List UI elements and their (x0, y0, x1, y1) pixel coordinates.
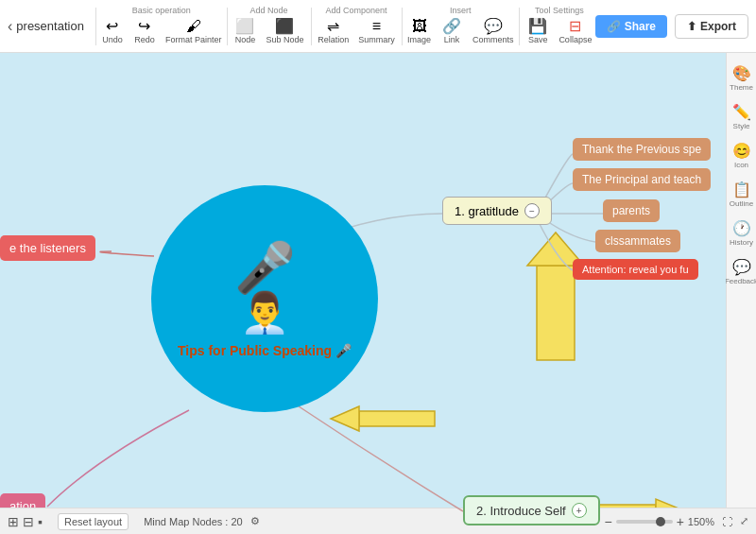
svg-rect-1 (537, 266, 575, 360)
introduce-self-node[interactable]: 2. Introduce Self + (463, 495, 600, 525)
sidebar-item-history[interactable]: 🕐 History (727, 215, 756, 250)
mind-map-canvas[interactable]: 🎤 👨‍💼 Tips for Public Speaking 🎤 1. grat… (0, 53, 726, 534)
relation-label: Relation (318, 35, 349, 44)
divider-1 (95, 8, 96, 45)
listeners-node[interactable]: e the listeners (0, 235, 95, 261)
undo-button[interactable]: ↩ Undo (97, 17, 128, 46)
share-icon: 🔗 (607, 20, 621, 33)
child-node-classmates[interactable]: clssammates (595, 230, 680, 252)
group-add-node: Add Node ⬜ Node ⬛ Sub Node (232, 6, 304, 46)
child-attention-label: Attention: reveal you fu (582, 264, 689, 275)
export-icon: ⬆ (687, 20, 696, 33)
toolbar-right: 🔗 Share ⬆ Export (595, 14, 748, 39)
relation-icon: ⇌ (327, 19, 339, 34)
undo-label: Undo (102, 35, 123, 44)
sub-node-label: Sub Node (266, 35, 303, 44)
group-insert: Insert 🖼 Image 🔗 Link 💬 Comments (407, 6, 513, 46)
arrow-up-svg (527, 266, 584, 388)
gratitude-expand-button[interactable]: − (524, 203, 540, 218)
redo-label: Redo (134, 35, 155, 44)
feedback-label: Feedback (725, 277, 756, 285)
comments-button[interactable]: 💬 Comments (469, 17, 518, 46)
child-parents-label: parents (612, 204, 650, 217)
bottom-icon-3[interactable]: ▪ (38, 514, 43, 529)
divider-3 (311, 8, 312, 45)
redo-icon: ↪ (138, 19, 150, 34)
theme-icon: 🎨 (732, 64, 751, 82)
node-label: Node (235, 35, 256, 44)
center-node[interactable]: 🎤 👨‍💼 Tips for Public Speaking 🎤 (151, 185, 378, 412)
group-add-component: Add Component ⇌ Relation ≡ Summary (317, 6, 395, 46)
zoom-in-button[interactable]: + (677, 514, 684, 529)
sidebar-item-icon[interactable]: 😊 Icon (727, 138, 756, 173)
sidebar-item-feedback[interactable]: 💬 Feedback (727, 254, 756, 289)
arrow-left-center-svg (331, 406, 435, 431)
export-label: Export (700, 20, 736, 33)
zoom-slider-thumb (656, 517, 665, 526)
introduce-expand-button[interactable]: + (572, 503, 587, 518)
bottom-icon-1[interactable]: ⊞ (8, 514, 19, 529)
icon-label: Icon (734, 161, 748, 169)
sidebar-item-outline[interactable]: 📋 Outline (727, 177, 756, 212)
group-add-component-items: ⇌ Relation ≡ Summary (314, 17, 399, 46)
toolbar: ‹ presentation Basic operation ↩ Undo ↪ … (0, 0, 756, 53)
save-icon: 💾 (528, 19, 547, 34)
zoom-out-button[interactable]: − (604, 514, 611, 529)
redo-button[interactable]: ↪ Redo (129, 17, 160, 46)
group-insert-items: 🖼 Image 🔗 Link 💬 Comments (404, 17, 518, 46)
summary-button[interactable]: ≡ Summary (354, 17, 399, 46)
share-label: Share (625, 20, 656, 33)
share-button[interactable]: 🔗 Share (595, 15, 667, 38)
group-add-node-items: ⬜ Node ⬛ Sub Node (230, 17, 307, 46)
fit-screen-button[interactable]: ⛶ (722, 516, 732, 527)
fullscreen-button[interactable]: ⤢ (740, 515, 748, 527)
zoom-slider[interactable] (616, 520, 673, 524)
relation-button[interactable]: ⇌ Relation (314, 17, 352, 46)
sidebar-item-style[interactable]: ✏️ Style (727, 99, 756, 134)
save-button[interactable]: 💾 Save (523, 17, 553, 46)
export-button[interactable]: ⬆ Export (675, 14, 748, 39)
image-button[interactable]: 🖼 Image (404, 17, 435, 46)
collapse-button[interactable]: ⊟ Collapse (555, 17, 595, 46)
comments-label: Comments (472, 35, 514, 44)
style-icon: ✏️ (732, 103, 751, 121)
sub-node-button[interactable]: ⬛ Sub Node (262, 17, 307, 46)
child-thank-label: Thank the Previous spe (582, 143, 701, 156)
gratitude-node-label: 1. gratitlude (455, 204, 519, 218)
node-count-label: Mind Map Nodes : 20 (144, 516, 243, 527)
comments-icon: 💬 (484, 19, 503, 34)
outline-icon: 📋 (732, 181, 751, 198)
summary-icon: ≡ (372, 19, 381, 34)
style-label: Style (733, 122, 750, 130)
node-button[interactable]: ⬜ Node (230, 17, 260, 46)
group-add-component-label: Add Component (325, 6, 387, 15)
sidebar-item-theme[interactable]: 🎨 Theme (727, 60, 756, 95)
child-node-attention[interactable]: Attention: reveal you fu (573, 259, 698, 280)
icon-icon: 😊 (732, 142, 751, 160)
image-label: Image (407, 35, 431, 44)
history-label: History (730, 238, 753, 247)
svg-marker-7 (331, 406, 359, 431)
group-basic-items: ↩ Undo ↪ Redo 🖌 Format Painter (97, 17, 226, 46)
history-icon: 🕐 (732, 219, 751, 237)
bottom-icons-group: ⊞ ⊟ ▪ (8, 514, 43, 529)
divider-5 (519, 8, 520, 45)
group-add-node-label: Add Node (249, 6, 287, 15)
link-label: Link (444, 35, 460, 44)
summary-label: Summary (358, 35, 395, 44)
settings-icon[interactable]: ⚙ (250, 515, 260, 527)
divider-2 (227, 8, 228, 45)
svg-rect-6 (359, 411, 435, 426)
back-button[interactable]: ‹ presentation (8, 18, 84, 35)
gratitude-node[interactable]: 1. gratitlude − (442, 197, 552, 225)
reset-layout-button[interactable]: Reset layout (58, 513, 129, 530)
outline-label: Outline (730, 199, 753, 208)
bottom-icon-2[interactable]: ⊟ (23, 514, 34, 529)
zoom-controls: − + 150% ⛶ ⤢ (604, 514, 748, 529)
child-node-principal[interactable]: The Principal and teach (573, 168, 711, 191)
speaker-image: 👨‍💼 (240, 289, 289, 336)
link-button[interactable]: 🔗 Link (437, 17, 467, 46)
format-painter-button[interactable]: 🖌 Format Painter (162, 17, 226, 46)
child-node-thank[interactable]: Thank the Previous spe (573, 138, 711, 161)
child-node-parents[interactable]: parents (603, 199, 660, 222)
